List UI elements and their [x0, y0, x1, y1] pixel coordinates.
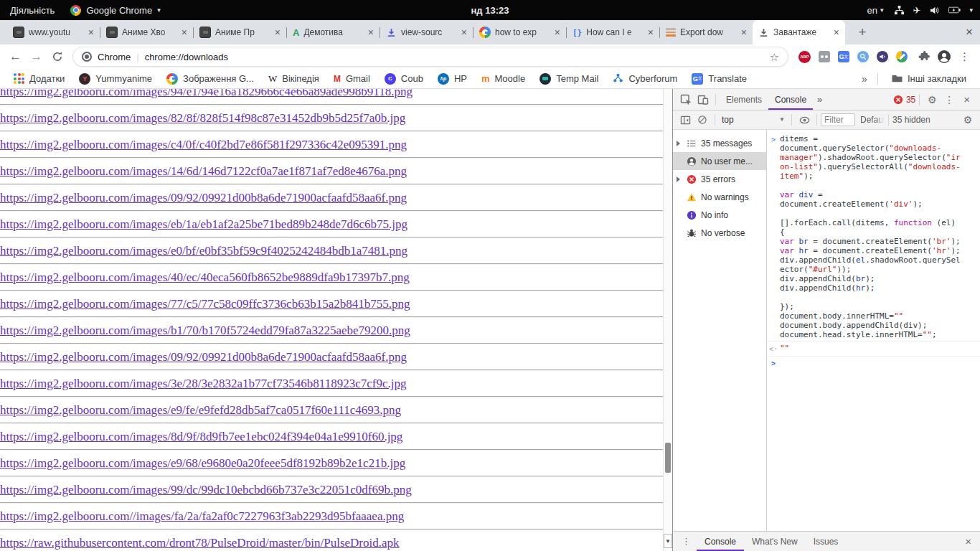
- scrollbar-down-arrow[interactable]: ▼: [664, 534, 672, 548]
- console-log[interactable]: > ditems =document.querySelector("downlo…: [767, 130, 980, 531]
- drawer-tab-console[interactable]: Console: [697, 532, 744, 551]
- download-url-link[interactable]: https://img2.gelbooru.com/images/3e/28/3…: [0, 377, 663, 391]
- bookmark-item[interactable]: G文Translate: [685, 72, 753, 86]
- search-ext-extension-icon[interactable]: [857, 51, 869, 62]
- drawer-tab-issues[interactable]: Issues: [806, 532, 847, 551]
- bookmarks-overflow-chevron[interactable]: »: [859, 73, 870, 85]
- bookmark-item[interactable]: CCoub: [378, 72, 430, 86]
- download-url-link[interactable]: https://img2.gelbooru.com/images/c4/0f/c…: [0, 138, 663, 152]
- devtools-tab-elements[interactable]: Elements: [720, 89, 768, 110]
- activities-button[interactable]: Діяльність: [7, 5, 57, 16]
- download-url-link[interactable]: https://img2.gelbooru.com/images/e9/68/e…: [0, 456, 663, 471]
- forward-button[interactable]: →: [27, 47, 46, 67]
- system-tray[interactable]: ✈ ▾: [894, 5, 973, 16]
- chevron-down-icon[interactable]: ▾: [969, 7, 973, 14]
- console-filter-input[interactable]: [821, 113, 855, 126]
- download-url-link[interactable]: https://img2.gelbooru.com/images/82/8f/8…: [0, 111, 663, 126]
- bookmark-item[interactable]: Cyberforum: [606, 72, 684, 85]
- other-bookmarks-button[interactable]: Інші закладки: [885, 72, 973, 85]
- tab-close-icon[interactable]: ×: [88, 27, 94, 38]
- tab-close-icon[interactable]: ×: [648, 27, 654, 38]
- window-close-button[interactable]: ×: [966, 25, 973, 39]
- keyboard-layout-indicator[interactable]: en ▾: [867, 5, 884, 16]
- bookmark-item[interactable]: Додатки: [7, 72, 71, 85]
- download-url-link[interactable]: https://img2.gelbooru.com//images/fa/2a/…: [0, 509, 663, 524]
- browser-tab[interactable]: Аниме Пр×: [194, 20, 286, 44]
- download-url-link[interactable]: https://img2.gelbooru.com/images/77/c5/7…: [0, 297, 663, 311]
- browser-tab[interactable]: Завантаже×: [753, 20, 845, 44]
- console-sidebar-item[interactable]: No verbose: [673, 224, 766, 242]
- console-sidebar-toggle-icon[interactable]: [677, 111, 694, 128]
- download-url-link[interactable]: https://img2.gelbooru.com/images/40/ec/4…: [0, 270, 663, 285]
- reload-button[interactable]: [47, 47, 67, 67]
- error-count-badge[interactable]: 35: [893, 95, 915, 105]
- app-menu[interactable]: Google Chrome ▾: [70, 5, 160, 16]
- bookmark-item[interactable]: Temp Mail: [533, 72, 605, 86]
- bookmark-item[interactable]: WВікіпедія: [262, 72, 326, 86]
- network-icon[interactable]: [894, 5, 905, 16]
- clear-console-icon[interactable]: [694, 111, 711, 128]
- bookmark-item[interactable]: YYummyanime: [72, 72, 159, 86]
- bookmark-item[interactable]: Зображення G...: [160, 72, 260, 86]
- drawer-menu-icon[interactable]: ⋮: [676, 536, 697, 547]
- device-toolbar-icon[interactable]: [694, 91, 712, 108]
- tab-close-icon[interactable]: ×: [555, 27, 560, 38]
- console-settings-icon[interactable]: ⚙: [959, 111, 976, 128]
- download-url-link[interactable]: https://img2.gelbooru.com/images/09/92/0…: [0, 350, 663, 364]
- download-url-link[interactable]: https://img2.gelbooru.com/images/eb/1a/e…: [0, 217, 663, 232]
- more-panels-chevron[interactable]: »: [813, 94, 826, 105]
- devtools-tab-console[interactable]: Console: [768, 89, 813, 110]
- omnibox[interactable]: Chrome | chrome://downloads ☆: [72, 47, 788, 67]
- scrollbar-thumb[interactable]: [665, 443, 671, 473]
- download-url-link[interactable]: https://img2.gelbooru.com/images/b1/70/b…: [0, 324, 663, 338]
- download-url-link[interactable]: https://img2.gelbooru.com/images/99/dc/9…: [0, 483, 663, 497]
- devtools-settings-icon[interactable]: ⚙: [923, 91, 941, 108]
- new-tab-button[interactable]: +: [852, 22, 872, 42]
- abp-extension-icon[interactable]: ABP: [798, 51, 811, 63]
- download-url-link[interactable]: https://img2.gelbooru.com/images/94/e1/9…: [0, 89, 663, 99]
- execution-context-selector[interactable]: top ▼: [719, 115, 788, 125]
- page-info-icon[interactable]: [82, 52, 92, 62]
- browser-tab[interactable]: Export dow×: [660, 20, 753, 44]
- download-url-link[interactable]: https://img2.gelbooru.com/images/e9/fe/e…: [0, 403, 663, 418]
- caret-icon[interactable]: [677, 176, 680, 182]
- gray-ext-extension-icon[interactable]: [819, 51, 830, 62]
- pen-ext-extension-icon[interactable]: [896, 51, 908, 62]
- profile-avatar[interactable]: [934, 47, 953, 67]
- console-sidebar-item[interactable]: No info: [673, 206, 766, 224]
- console-sidebar-item[interactable]: 35 errors: [673, 170, 766, 188]
- back-button[interactable]: ←: [6, 47, 25, 67]
- browser-tab[interactable]: AДемотива×: [287, 20, 380, 44]
- omnibox-url[interactable]: chrome://downloads: [145, 52, 764, 62]
- browser-tab[interactable]: view-sourc×: [380, 20, 473, 44]
- console-sidebar-item[interactable]: No user me...: [673, 152, 766, 170]
- tab-close-icon[interactable]: ×: [461, 27, 467, 38]
- console-sidebar-item[interactable]: No warnings: [673, 188, 766, 206]
- tab-close-icon[interactable]: ×: [275, 27, 281, 38]
- bookmark-item[interactable]: mMoodle: [475, 72, 532, 85]
- download-url-link[interactable]: https://img2.gelbooru.com/images/09/92/0…: [0, 191, 663, 205]
- browser-tab[interactable]: www.youtu×: [7, 20, 100, 44]
- devtools-menu-icon[interactable]: ⋮: [941, 91, 958, 108]
- console-sidebar-item[interactable]: 35 messages: [673, 134, 766, 152]
- download-url-link[interactable]: https://raw.githubusercontent.com/dront7…: [0, 536, 663, 550]
- drawer-close-button[interactable]: ×: [959, 535, 977, 547]
- caret-icon[interactable]: [677, 141, 680, 146]
- console-input-prompt[interactable]: >: [767, 357, 980, 370]
- bookmark-item[interactable]: MGmail: [327, 72, 377, 85]
- browser-tab[interactable]: how to exp×: [473, 20, 566, 44]
- battery-icon[interactable]: [948, 6, 961, 14]
- bookmark-star-icon[interactable]: ☆: [770, 52, 779, 62]
- download-url-link[interactable]: https://img2.gelbooru.com/images/14/6d/1…: [0, 164, 663, 179]
- airplane-mode-icon[interactable]: ✈: [913, 6, 921, 15]
- page-scrollbar[interactable]: ▼: [663, 89, 672, 551]
- sound-ext-extension-icon[interactable]: [877, 51, 888, 62]
- bookmark-item[interactable]: hpHP: [431, 72, 473, 86]
- live-expression-eye-icon[interactable]: [796, 111, 813, 128]
- browser-tab[interactable]: [}How can I e×: [567, 20, 659, 44]
- translate-ext-extension-icon[interactable]: G文: [838, 51, 849, 62]
- download-url-link[interactable]: https://img2.gelbooru.com/images/e0/bf/e…: [0, 244, 663, 258]
- extensions-puzzle-icon[interactable]: [913, 47, 933, 67]
- tab-close-icon[interactable]: ×: [368, 27, 374, 38]
- tab-close-icon[interactable]: ×: [834, 27, 839, 38]
